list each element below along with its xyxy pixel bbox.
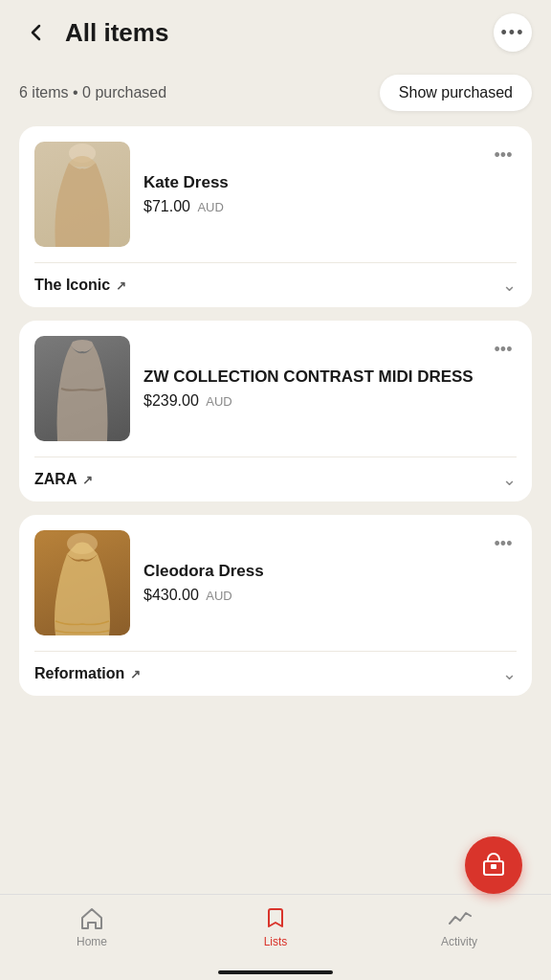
store-name: ZARA ↗ xyxy=(34,471,93,488)
store-row: The Iconic ↗ ⌄ xyxy=(19,263,532,307)
item-row: ZW COLLECTION CONTRAST MIDI DRESS $239.0… xyxy=(19,321,532,457)
more-options-button[interactable]: ••• xyxy=(494,13,532,52)
subheader: 6 items • 0 purchased Show purchased xyxy=(0,65,551,126)
header: All items ••• xyxy=(0,0,551,65)
item-price: $71.00 AUD xyxy=(143,198,517,215)
activity-icon xyxy=(447,906,472,931)
header-left: All items xyxy=(19,15,168,50)
item-name: Kate Dress xyxy=(143,173,517,192)
chevron-down-icon: ⌄ xyxy=(502,469,517,490)
item-more-button[interactable]: ••• xyxy=(488,334,518,365)
item-image-kate xyxy=(34,142,130,247)
external-link-icon: ↗ xyxy=(116,278,126,293)
show-purchased-button[interactable]: Show purchased xyxy=(380,75,532,111)
item-row: Cleodora Dress $430.00 AUD ••• xyxy=(19,515,532,651)
item-image-zw xyxy=(34,336,130,441)
item-more-button[interactable]: ••• xyxy=(488,528,518,559)
home-icon xyxy=(79,906,104,931)
external-link-icon: ↗ xyxy=(130,667,141,681)
nav-item-home[interactable]: Home xyxy=(0,906,184,948)
item-card-kate-dress: Kate Dress $71.00 AUD ••• The Iconic ↗ ⌄ xyxy=(19,126,532,307)
item-price: $430.00 AUD xyxy=(143,587,517,604)
lists-icon xyxy=(263,906,288,931)
item-card-cleodora-dress: Cleodora Dress $430.00 AUD ••• Reformati… xyxy=(19,515,532,696)
chevron-down-icon: ⌄ xyxy=(502,663,517,684)
svg-rect-3 xyxy=(491,864,496,869)
nav-label-activity: Activity xyxy=(441,935,477,948)
back-button[interactable] xyxy=(19,15,54,50)
item-info: ZW COLLECTION CONTRAST MIDI DRESS $239.0… xyxy=(143,368,517,410)
nav-label-home: Home xyxy=(77,935,107,948)
item-info: Kate Dress $71.00 AUD xyxy=(143,173,517,215)
bottom-navigation: Home Lists Activity xyxy=(0,894,551,980)
store-row: Reformation ↗ ⌄ xyxy=(19,652,532,696)
store-row: ZARA ↗ ⌄ xyxy=(19,457,532,501)
store-name: The Iconic ↗ xyxy=(34,277,126,294)
item-price: $239.00 AUD xyxy=(143,392,517,410)
nav-item-activity[interactable]: Activity xyxy=(367,906,551,948)
page-title: All items xyxy=(65,18,168,48)
item-card-zw-dress: ZW COLLECTION CONTRAST MIDI DRESS $239.0… xyxy=(19,321,532,501)
home-indicator xyxy=(218,970,333,974)
items-count-label: 6 items • 0 purchased xyxy=(19,84,166,101)
nav-item-lists[interactable]: Lists xyxy=(184,906,367,948)
item-image-cleodora xyxy=(34,530,130,635)
item-row: Kate Dress $71.00 AUD ••• xyxy=(19,126,532,262)
chevron-down-icon: ⌄ xyxy=(502,275,517,296)
item-name: ZW COLLECTION CONTRAST MIDI DRESS xyxy=(143,368,517,387)
item-more-button[interactable]: ••• xyxy=(488,140,518,170)
item-name: Cleodora Dress xyxy=(143,562,517,581)
external-link-icon: ↗ xyxy=(82,473,93,487)
item-info: Cleodora Dress $430.00 AUD xyxy=(143,562,517,604)
store-name: Reformation ↗ xyxy=(34,665,141,682)
nav-label-lists: Lists xyxy=(264,935,288,948)
fab-button[interactable] xyxy=(465,836,522,894)
more-icon: ••• xyxy=(501,23,525,43)
